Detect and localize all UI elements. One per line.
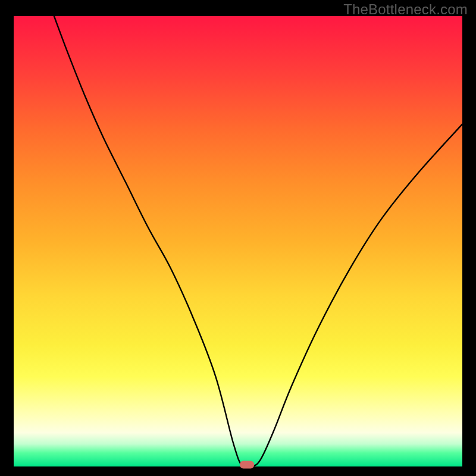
curve-svg (14, 16, 462, 466)
minimum-marker (240, 461, 254, 468)
chart-frame: TheBottleneck.com (0, 0, 476, 476)
bottleneck-curve (54, 16, 462, 469)
watermark-text: TheBottleneck.com (343, 1, 468, 18)
plot-area (14, 16, 462, 466)
